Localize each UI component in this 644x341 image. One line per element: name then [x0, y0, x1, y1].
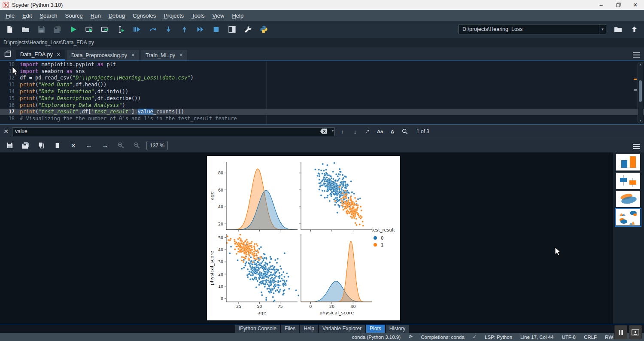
copy-plot-button[interactable]	[33, 140, 49, 152]
menu-search[interactable]: Search	[36, 11, 61, 20]
scrollbar-thumb[interactable]	[639, 80, 642, 102]
menu-debug[interactable]: Debug	[105, 11, 129, 20]
editor-scrollbar[interactable]: ▲ ▼	[638, 62, 643, 123]
plot-thumbnail-boxplot[interactable]	[616, 173, 640, 189]
svg-text:75: 75	[277, 304, 283, 309]
code-line-16[interactable]: 16print("Exploratory Data Analysis")	[0, 102, 644, 109]
zoom-in-button[interactable]	[113, 140, 129, 152]
close-tab-icon[interactable]: ✕	[179, 52, 183, 58]
search-input[interactable]	[12, 127, 335, 136]
pane-tab-history[interactable]: History	[386, 325, 409, 333]
run-button[interactable]	[65, 23, 81, 36]
pane-tab-plots[interactable]: Plots	[366, 325, 385, 333]
svg-text:20: 20	[329, 304, 334, 309]
zoom-out-button[interactable]	[129, 140, 145, 152]
plot-thumbnail-pairplot[interactable]	[616, 209, 640, 225]
new-file-button[interactable]	[2, 23, 18, 36]
tab-data_eda-py[interactable]: Data_EDA.py✕	[15, 49, 65, 61]
tab-data_preprocessing-py[interactable]: Data_Preprocessing.py✕	[67, 49, 140, 61]
save-plot-button[interactable]	[2, 140, 18, 152]
next-plot-button[interactable]: →	[97, 140, 113, 152]
working-directory-combobox[interactable]: D:\projects\Hearing_Loss ▼	[459, 24, 606, 34]
close-tab-icon[interactable]: ✕	[131, 52, 135, 58]
minimize-button[interactable]: –	[592, 0, 610, 10]
scroll-up-icon[interactable]: ▲	[638, 63, 643, 66]
code-line-15[interactable]: 15print("Data Description",df.describe()…	[0, 95, 644, 102]
plot-thumbnail-countplot[interactable]	[616, 154, 640, 170]
menu-run[interactable]: Run	[87, 11, 105, 20]
run-cell-advance-button[interactable]	[97, 23, 113, 36]
code-line-14[interactable]: 14print("Data Information",df.info())	[0, 88, 644, 95]
continue-button[interactable]	[192, 23, 208, 36]
save-all-plots-button[interactable]	[18, 140, 33, 152]
code-text: print("test_result",df['test_result'].va…	[20, 109, 184, 115]
svg-text:40: 40	[350, 304, 355, 309]
svg-text:1: 1	[381, 243, 383, 247]
overlay-pause-button[interactable]	[614, 325, 627, 339]
preferences-button[interactable]	[240, 23, 256, 36]
pane-tab-variable-explorer[interactable]: Variable Explorer	[319, 325, 365, 333]
stop-button[interactable]	[208, 23, 224, 36]
python-env-button[interactable]	[256, 23, 272, 36]
previous-plot-button[interactable]: ←	[81, 140, 97, 152]
overlay-webcam-button[interactable]	[629, 325, 642, 339]
match-case-toggle-button[interactable]: Aa	[375, 127, 385, 136]
pane-tab-help[interactable]: Help	[300, 325, 318, 333]
highlight-matches-button[interactable]	[400, 127, 410, 136]
menu-source[interactable]: Source	[61, 11, 87, 20]
close-tab-icon[interactable]: ✕	[57, 52, 61, 58]
regex-toggle-button[interactable]: .*	[363, 127, 372, 136]
find-next-button[interactable]: ↓	[350, 127, 360, 136]
webcam-icon	[632, 329, 639, 335]
code-line-17[interactable]: 17print("test_result",df['test_result'].…	[0, 109, 644, 116]
menu-help[interactable]: Help	[228, 11, 247, 20]
remove-plot-button[interactable]	[49, 140, 65, 152]
menu-projects[interactable]: Projects	[160, 11, 188, 20]
menu-view[interactable]: View	[208, 11, 228, 20]
code-line-13[interactable]: 13print("Head Data",df.head())	[0, 81, 644, 88]
run-selection-button[interactable]	[113, 23, 129, 36]
step-over-button[interactable]	[145, 23, 161, 36]
browse-tabs-button[interactable]	[3, 50, 12, 58]
code-line-11[interactable]: 11import seaborn as sns	[0, 68, 644, 75]
whole-word-toggle-button[interactable]: A	[388, 127, 397, 136]
parent-directory-button[interactable]	[628, 23, 641, 35]
close-button[interactable]: ✕	[627, 0, 644, 10]
working-directory-value: D:\projects\Hearing_Loss	[459, 26, 599, 32]
find-previous-button[interactable]: ↑	[338, 127, 347, 136]
menu-file[interactable]: File	[2, 11, 18, 20]
step-return-button[interactable]	[176, 23, 192, 36]
plots-options-menu-icon[interactable]	[633, 143, 640, 150]
save-button[interactable]	[33, 23, 49, 36]
clear-search-icon[interactable]	[320, 128, 327, 134]
remove-plot-icon	[54, 142, 61, 149]
code-line-12[interactable]: 12df = pd.read_csv("D:\\projects\\Hearin…	[0, 75, 644, 82]
pane-tab-ipython-console[interactable]: IPython Console	[235, 325, 280, 333]
menu-consoles[interactable]: Consoles	[129, 11, 160, 20]
pairplot-figure[interactable]: 20406080age25507501020304050agephysical_…	[207, 156, 400, 320]
tab-train_ml-py[interactable]: Train_ML.py✕	[141, 49, 188, 61]
browse-directory-button[interactable]	[611, 23, 624, 35]
maximize-button[interactable]	[610, 0, 627, 10]
scroll-down-icon[interactable]: ▼	[638, 119, 643, 122]
svg-text:0: 0	[381, 236, 383, 241]
chevron-down-icon[interactable]: ▼	[599, 24, 606, 34]
editor-options-menu-icon[interactable]	[633, 51, 640, 59]
find-close-button[interactable]: ✕	[0, 128, 12, 135]
maximize-pane-button[interactable]	[224, 23, 240, 36]
plot-thumbnail-scatterplot[interactable]	[616, 191, 640, 207]
pane-tab-files[interactable]: Files	[281, 325, 299, 333]
code-line-10[interactable]: 10import matplotlib.pyplot as plt	[0, 61, 644, 68]
search-history-dropdown-icon[interactable]: ▾	[332, 129, 334, 133]
save-all-button[interactable]	[49, 23, 65, 36]
remove-all-plots-button[interactable]: ✕	[65, 140, 81, 152]
menu-edit[interactable]: Edit	[18, 11, 36, 20]
debug-file-button[interactable]	[129, 23, 145, 36]
open-file-button[interactable]	[18, 23, 33, 36]
code-line-18[interactable]: 18# Visualizing the the number of 0's an…	[0, 115, 644, 122]
step-into-button[interactable]	[161, 23, 176, 36]
menu-tools[interactable]: Tools	[188, 11, 208, 20]
run-cell-button[interactable]	[81, 23, 97, 36]
pane-splitter[interactable]	[610, 152, 610, 324]
code-editor[interactable]: 10import matplotlib.pyplot as plt11impor…	[0, 61, 644, 125]
